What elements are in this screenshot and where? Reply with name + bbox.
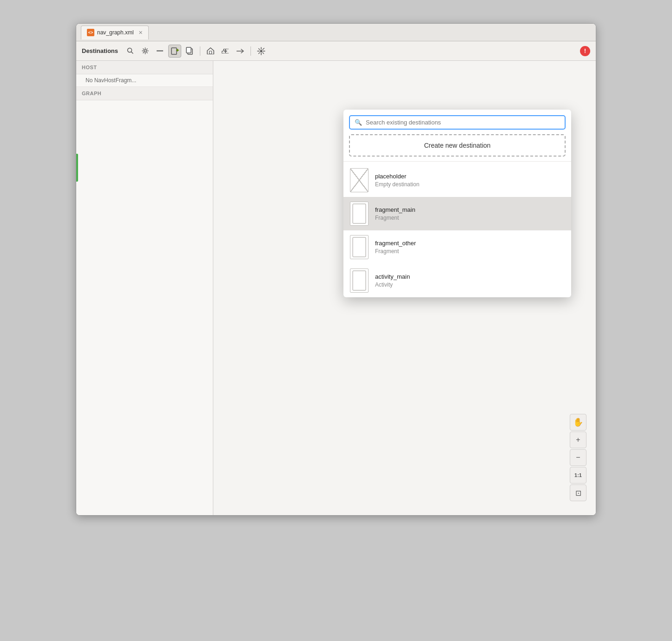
destinations-panel: HOST No NavHostFragm... GRAPH xyxy=(76,61,213,515)
destination-list-item-activity_main[interactable]: activity_mainActivity xyxy=(343,264,571,297)
svg-rect-4 xyxy=(171,48,177,54)
add-destination-button[interactable] xyxy=(168,45,181,58)
link-button[interactable] xyxy=(219,45,232,58)
dest-type-activity_main: Activity xyxy=(375,281,410,288)
toolbar-title: Destinations xyxy=(82,47,118,54)
svg-point-11 xyxy=(260,50,263,52)
xml-file-icon: <> xyxy=(87,29,94,36)
graph-section-header: GRAPH xyxy=(76,87,213,100)
tab-close-button[interactable]: ✕ xyxy=(138,30,143,36)
error-badge[interactable]: ! xyxy=(580,46,590,56)
toolbar: Destinations xyxy=(76,41,596,61)
zoom-controls: ✋ + − 1:1 ⊡ xyxy=(570,414,586,501)
svg-rect-14 xyxy=(353,271,366,290)
thumb-activity_main xyxy=(350,268,369,293)
selection-indicator xyxy=(76,154,78,182)
dest-name-fragment_main: fragment_main xyxy=(375,206,415,213)
svg-rect-12 xyxy=(353,204,366,223)
hand-tool-button[interactable]: ✋ xyxy=(570,414,586,431)
thumb-fragment_other xyxy=(350,235,369,259)
zoom-ratio-button[interactable]: 1:1 xyxy=(570,467,586,484)
ide-window: <> nav_graph.xml ✕ Destinations xyxy=(76,23,596,516)
settings-button[interactable] xyxy=(138,45,152,58)
dest-name-placeholder: placeholder xyxy=(375,173,419,180)
destination-list-item-fragment_main[interactable]: fragment_mainFragment xyxy=(343,197,571,230)
destination-list-item-placeholder[interactable]: placeholderEmpty destination xyxy=(343,164,571,197)
fit-view-button[interactable]: ⊡ xyxy=(570,484,586,501)
zoom-in-button[interactable]: + xyxy=(570,432,586,448)
dest-name-fragment_other: fragment_other xyxy=(375,240,416,247)
graph-canvas[interactable]: ld a destination 🔍 Create new destinatio… xyxy=(213,61,596,515)
destination-list-item-fragment_other[interactable]: fragment_otherFragment xyxy=(343,230,571,264)
separator-1 xyxy=(200,46,200,56)
auto-arrange-button[interactable] xyxy=(255,45,268,58)
dest-info-fragment_other: fragment_otherFragment xyxy=(375,240,416,255)
dest-info-activity_main: activity_mainActivity xyxy=(375,273,410,288)
file-tab[interactable]: <> nav_graph.xml ✕ xyxy=(81,26,149,39)
thumb-placeholder xyxy=(350,168,369,192)
svg-line-1 xyxy=(131,52,133,54)
duplicate-button[interactable] xyxy=(183,45,196,58)
search-input[interactable] xyxy=(366,119,560,126)
dest-name-activity_main: activity_main xyxy=(375,273,410,280)
destination-picker-popup: 🔍 Create new destination placeholderEmpt… xyxy=(343,110,571,297)
dest-info-placeholder: placeholderEmpty destination xyxy=(375,173,419,188)
host-item[interactable]: No NavHostFragm... xyxy=(76,74,213,87)
title-bar: <> nav_graph.xml ✕ xyxy=(76,24,596,41)
home-button[interactable] xyxy=(204,45,217,58)
remove-button[interactable] xyxy=(153,45,166,58)
destination-list: placeholderEmpty destination fragment_ma… xyxy=(343,164,571,297)
host-section-header: HOST xyxy=(76,61,213,74)
main-content: HOST No NavHostFragm... GRAPH ld a desti… xyxy=(76,61,596,515)
tab-filename: nav_graph.xml xyxy=(97,29,134,36)
dest-info-fragment_main: fragment_mainFragment xyxy=(375,206,415,221)
svg-rect-9 xyxy=(210,51,212,54)
svg-point-2 xyxy=(144,50,146,52)
separator-2 xyxy=(250,46,251,56)
dest-type-placeholder: Empty destination xyxy=(375,181,419,188)
search-icon: 🔍 xyxy=(355,119,362,126)
svg-rect-13 xyxy=(353,237,366,257)
dest-type-fragment_main: Fragment xyxy=(375,215,415,221)
thumb-fragment_main xyxy=(350,202,369,226)
search-box[interactable]: 🔍 xyxy=(349,115,566,130)
arrow-button[interactable] xyxy=(234,45,247,58)
search-button[interactable] xyxy=(124,45,137,58)
create-new-destination-button[interactable]: Create new destination xyxy=(349,134,566,157)
dest-type-fragment_other: Fragment xyxy=(375,248,416,255)
popup-divider xyxy=(343,161,571,162)
zoom-out-button[interactable]: − xyxy=(570,449,586,466)
svg-rect-8 xyxy=(186,47,191,53)
